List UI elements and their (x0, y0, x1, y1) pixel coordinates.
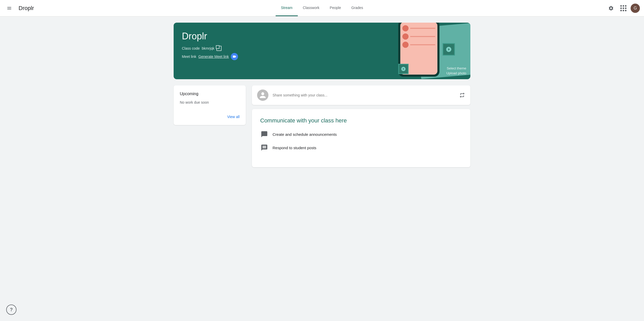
app-title: Droplr (19, 5, 34, 12)
select-theme-link[interactable]: Select theme (447, 66, 466, 70)
class-banner: Droplr Class code bkmrjqk Meet link Gene… (174, 23, 470, 79)
header-right: G (588, 3, 640, 13)
meet-video-icon[interactable] (231, 53, 238, 60)
upcoming-title: Upcoming (180, 92, 240, 96)
left-column: Upcoming No work due soon View all (174, 85, 246, 125)
apps-grid (620, 5, 626, 11)
share-input[interactable] (273, 93, 455, 97)
upcoming-empty-text: No work due soon (180, 100, 240, 104)
tab-people[interactable]: People (325, 0, 346, 16)
repost-icon[interactable] (459, 92, 465, 98)
class-code-label: Class code (182, 46, 200, 50)
header-left: Droplr (4, 3, 56, 13)
student-posts-icon (260, 144, 268, 152)
upload-photo-link[interactable]: Upload photo (446, 71, 466, 75)
tab-classwork[interactable]: Classwork (298, 0, 325, 16)
upcoming-card: Upcoming No work due soon View all (174, 85, 246, 125)
share-card (252, 85, 470, 105)
main-content: Droplr Class code bkmrjqk Meet link Gene… (167, 16, 477, 177)
class-code-value: bkmrjqk (202, 46, 214, 50)
communicate-item-announcements: Create and schedule announcements (260, 130, 462, 138)
help-button[interactable]: ? (6, 305, 16, 315)
header: Droplr Stream Classwork People Grades (0, 0, 644, 16)
view-all-button[interactable]: View all (180, 115, 240, 119)
banner-actions: Select theme Upload photo (446, 66, 466, 75)
stamp-decoration-2 (398, 64, 409, 74)
generate-meet-link[interactable]: Generate Meet link (198, 55, 229, 59)
announcements-label: Create and schedule announcements (273, 132, 337, 137)
right-column: Communicate with your class here Create … (252, 85, 470, 167)
user-avatar[interactable]: G (631, 4, 640, 13)
grid-icon[interactable] (618, 3, 629, 13)
tab-grades[interactable]: Grades (346, 0, 368, 16)
hamburger-menu-icon[interactable] (4, 3, 14, 13)
announcements-icon (260, 130, 268, 138)
banner-meet-row: Meet link Generate Meet link (182, 53, 238, 60)
stamp-decoration-1 (443, 43, 455, 56)
communicate-item-student-posts: Respond to student posts (260, 144, 462, 152)
banner-code-row: Class code bkmrjqk (182, 46, 238, 51)
banner-text: Droplr Class code bkmrjqk Meet link Gene… (182, 31, 238, 60)
communicate-title: Communicate with your class here (260, 117, 462, 124)
meet-link-label: Meet link (182, 55, 196, 59)
banner-title: Droplr (182, 31, 238, 42)
share-avatar (257, 90, 268, 101)
main-nav: Stream Classwork People Grades (56, 0, 588, 16)
content-columns: Upcoming No work due soon View all (174, 85, 470, 167)
expand-code-icon[interactable] (216, 46, 222, 51)
student-posts-label: Respond to student posts (273, 146, 316, 150)
banner-illustration (292, 23, 470, 79)
tab-stream[interactable]: Stream (276, 0, 298, 16)
settings-icon[interactable] (606, 3, 616, 13)
communicate-card: Communicate with your class here Create … (252, 109, 470, 167)
